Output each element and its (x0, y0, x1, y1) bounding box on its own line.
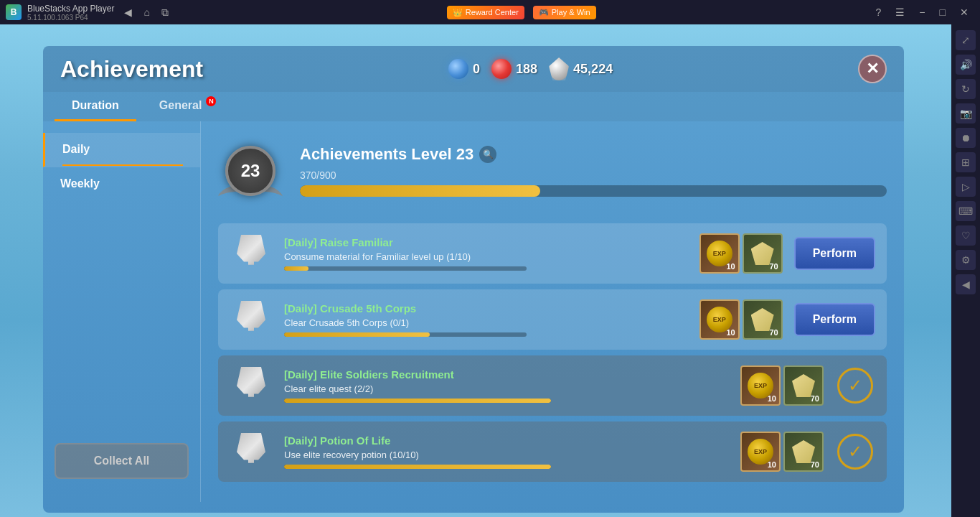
leaf-reward-3: 70 (783, 365, 824, 406)
play-win-button[interactable]: 🎮 Play & Win (533, 6, 596, 19)
silver-gem-value: 45,224 (573, 62, 613, 77)
achievement-progress-bar-1 (284, 266, 527, 271)
leaf-reward-1: 70 (743, 233, 783, 274)
level-info: Achievements Level 23 🔍 370/900 (300, 145, 887, 197)
titlebar-left: B BlueStacks App Player 5.11.100.1063 P6… (6, 4, 173, 22)
red-gem-icon (491, 59, 512, 79)
window-close-button[interactable]: ✕ (954, 5, 974, 19)
achievement-crusade: [Daily] Crusade 5th Corps Clear Crusade … (218, 289, 887, 350)
achievement-rewards-1: EXP 10 70 (699, 233, 783, 274)
clone-button[interactable]: ⧉ (157, 5, 173, 20)
sidebar-volume-icon[interactable]: 🔊 (956, 55, 976, 75)
home-button[interactable]: ⌂ (139, 5, 154, 19)
achievement-details-1: [Daily] Raise Familiar Consume material … (284, 236, 688, 271)
modal-title: Achievement (60, 56, 203, 83)
blue-gem-icon (448, 59, 468, 79)
app-title: BlueStacks App Player (27, 4, 114, 14)
modal-header: Achievement 0 188 45,224 ✕ (43, 46, 904, 92)
maximize-button[interactable]: □ (934, 5, 951, 19)
minimize-button[interactable]: − (913, 5, 930, 19)
achievement-list: [Daily] Raise Familiar Consume material … (218, 223, 887, 482)
sidebar-grid-icon[interactable]: ⊞ (956, 152, 976, 172)
collect-all-button[interactable]: Collect All (55, 443, 189, 479)
titlebar-center: 👑 Reward Center 🎮 Play & Win (447, 6, 596, 19)
achievement-details-3: [Daily] Elite Soldiers Recruitment Clear… (284, 368, 729, 403)
leaf-reward-4: 70 (783, 432, 824, 472)
level-section: 23 Achievements Level 23 🔍 370/900 (218, 133, 887, 209)
general-notification-badge: N (206, 96, 216, 106)
modal-content: Daily Weekly Collect All (43, 121, 904, 502)
achievement-desc-3: Clear elite quest (2/2) (284, 383, 729, 394)
app-version: 5.11.100.1063 P64 (27, 14, 114, 22)
achievement-name-2: [Daily] Crusade 5th Corps (284, 302, 688, 315)
exp-reward-1: EXP 10 (699, 233, 740, 274)
help-button[interactable]: ? (870, 5, 887, 19)
red-gem-value: 188 (516, 62, 537, 77)
titlebar-nav: ◀ ⌂ ⧉ (120, 5, 172, 20)
level-search-icon[interactable]: 🔍 (479, 146, 496, 163)
achievement-rewards-4: EXP 10 70 (740, 432, 824, 472)
reward-center-button[interactable]: 👑 Reward Center (447, 6, 524, 19)
modal-close-button[interactable]: ✕ (858, 55, 887, 83)
sidebar-arrow-left-icon[interactable]: ◀ (956, 274, 976, 294)
tabs-row: Duration General N (43, 92, 904, 121)
completed-check-4: ✓ (835, 432, 875, 472)
achievement-desc-1: Consume material for Familiar level up (… (284, 251, 688, 262)
currency-row: 0 188 45,224 (448, 57, 613, 80)
sidebar-expand-icon[interactable]: ⤢ (956, 30, 976, 50)
achievement-progress-fill-2 (284, 332, 430, 337)
achievement-rewards-2: EXP 10 70 (699, 299, 783, 340)
left-nav: Daily Weekly Collect All (43, 121, 201, 502)
check-circle-4: ✓ (837, 434, 873, 470)
progress-label: 370/900 (300, 169, 887, 181)
nav-daily[interactable]: Daily (43, 133, 200, 167)
achievement-elite: [Daily] Elite Soldiers Recruitment Clear… (218, 355, 887, 416)
trophy-icon-4 (230, 430, 273, 473)
currency-red: 188 (491, 59, 537, 79)
achievement-desc-2: Clear Crusade 5th Corps (0/1) (284, 317, 688, 328)
achievement-details-2: [Daily] Crusade 5th Corps Clear Crusade … (284, 302, 688, 337)
achievement-name-4: [Daily] Potion Of Life (284, 434, 729, 447)
achievement-potion: [Daily] Potion Of Life Use elite recover… (218, 421, 887, 482)
right-content: 23 Achievements Level 23 🔍 370/900 (201, 121, 904, 502)
check-circle-3: ✓ (837, 368, 873, 404)
level-title: Achievements Level 23 🔍 (300, 145, 887, 164)
nav-weekly[interactable]: Weekly (43, 167, 200, 202)
sidebar-keymapping-icon[interactable]: ⌨ (956, 201, 976, 221)
currency-blue: 0 (448, 59, 480, 79)
achievement-progress-fill-4 (284, 465, 551, 469)
sidebar-settings-icon[interactable]: ⚙ (956, 250, 976, 270)
menu-button[interactable]: ☰ (890, 5, 910, 19)
reward-icon: 👑 (453, 8, 463, 17)
sidebar-macro-icon[interactable]: ▷ (956, 177, 976, 197)
sidebar-heart-icon[interactable]: ♡ (956, 225, 976, 246)
blue-gem-value: 0 (473, 62, 480, 77)
titlebar: B BlueStacks App Player 5.11.100.1063 P6… (0, 0, 980, 24)
completed-check-3: ✓ (835, 365, 875, 406)
bluestacks-logo: B (6, 4, 22, 20)
level-progress-fill (300, 185, 540, 197)
achievement-modal: Achievement 0 188 45,224 ✕ Durat (43, 46, 904, 513)
achievement-progress-fill-1 (284, 266, 308, 271)
silver-gem-icon (549, 57, 569, 80)
back-button[interactable]: ◀ (120, 5, 136, 19)
sidebar-screenshot-icon[interactable]: 📷 (956, 103, 976, 124)
sidebar-rotate-icon[interactable]: ↻ (956, 79, 976, 99)
right-sidebar: ⤢ 🔊 ↻ 📷 ⏺ ⊞ ▷ ⌨ ♡ ⚙ ◀ (951, 24, 980, 517)
titlebar-controls: ? ☰ − □ ✕ (870, 5, 974, 19)
achievement-progress-bar-4 (284, 465, 551, 469)
perform-button-2[interactable]: Perform (794, 303, 875, 336)
currency-silver: 45,224 (549, 57, 613, 80)
achievement-name-3: [Daily] Elite Soldiers Recruitment (284, 368, 729, 381)
sidebar-record-icon[interactable]: ⏺ (956, 128, 976, 148)
tab-duration[interactable]: Duration (55, 92, 136, 121)
achievement-details-4: [Daily] Potion Of Life Use elite recover… (284, 434, 729, 469)
level-progress-bar (300, 185, 887, 197)
achievement-rewards-3: EXP 10 70 (740, 365, 824, 406)
exp-reward-2: EXP 10 (699, 299, 740, 340)
achievement-raise-familiar: [Daily] Raise Familiar Consume material … (218, 223, 887, 284)
playin-icon: 🎮 (539, 8, 549, 17)
achievement-progress-fill-3 (284, 399, 551, 403)
tab-general[interactable]: General N (142, 92, 220, 121)
perform-button-1[interactable]: Perform (794, 237, 875, 270)
